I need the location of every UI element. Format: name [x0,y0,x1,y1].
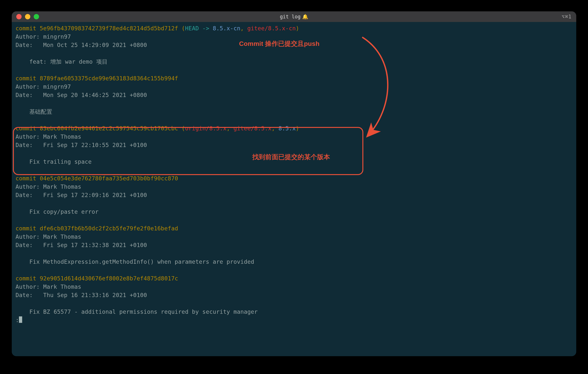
blank-line [16,66,572,74]
pager-prompt[interactable]: : [16,316,572,324]
bell-icon: 🔔 [302,14,308,20]
window-shortcut: ⌥⌘1 [562,14,572,20]
commit-message: Fix BZ 65577 - additional permissions re… [16,308,572,316]
commit-line: commit 83ebc604fb2e94461e2c2c597545c59cb… [16,124,572,133]
date-line: Date: Fri Sep 17 21:32:38 2021 +0100 [16,241,572,249]
commit-message: feat: 增加 war demo 项目 [16,58,572,66]
close-icon[interactable] [16,14,21,19]
terminal-viewport[interactable]: commit 5e96fb4370983742739f78ed4c8214d5d… [12,22,576,356]
blank-line [16,199,572,208]
blank-line [16,149,572,158]
cursor [19,316,22,323]
titlebar: git log 🔔 ⌥⌘1 [12,11,576,22]
commit-line: commit 92e9051d614d430676ef8002e8b7ef487… [16,274,572,283]
author-line: Author: Mark Thomas [16,183,572,191]
blank-line [16,249,572,258]
commit-message: Fix trailing space [16,158,572,166]
traffic-lights [16,14,39,19]
author-line: Author: Mark Thomas [16,133,572,141]
author-line: Author: Mark Thomas [16,233,572,241]
maximize-icon[interactable] [34,14,39,19]
author-line: Author: mingrn97 [16,83,572,91]
blank-line [16,166,572,174]
date-line: Date: Mon Oct 25 14:29:09 2021 +0800 [16,41,572,49]
author-line: Author: Mark Thomas [16,283,572,291]
commit-line: commit 5e96fb4370983742739f78ed4c8214d5d… [16,24,572,32]
blank-line [16,266,572,274]
author-line: Author: mingrn97 [16,32,572,41]
date-line: Date: Fri Sep 17 22:09:16 2021 +0100 [16,191,572,199]
window-title: git log 🔔 [12,14,576,20]
commit-message: Fix MethodExpression.getMethodInfo() whe… [16,258,572,266]
commit-message: Fix copy/paste error [16,208,572,216]
title-text: git log [280,14,301,20]
blank-line [16,99,572,108]
commit-message: 基础配置 [16,108,572,116]
blank-line [16,216,572,224]
commit-line: commit 8789fae6053375cde99e963183d8364c1… [16,74,572,83]
commit-line: commit dfe6cb037fb6b50dc2f2cb5fe79fe2f0e… [16,224,572,233]
terminal-window: git log 🔔 ⌥⌘1 commit 5e96fb4370983742739… [12,11,576,356]
minimize-icon[interactable] [25,14,30,19]
blank-line [16,116,572,124]
blank-line [16,299,572,308]
date-line: Date: Fri Sep 17 22:10:55 2021 +0100 [16,141,572,149]
commit-line: commit 04e5c054e3de762780faa735ed703b0bf… [16,174,572,183]
date-line: Date: Thu Sep 16 21:33:16 2021 +0100 [16,291,572,299]
blank-line [16,49,572,58]
date-line: Date: Mon Sep 20 14:46:25 2021 +0800 [16,91,572,99]
